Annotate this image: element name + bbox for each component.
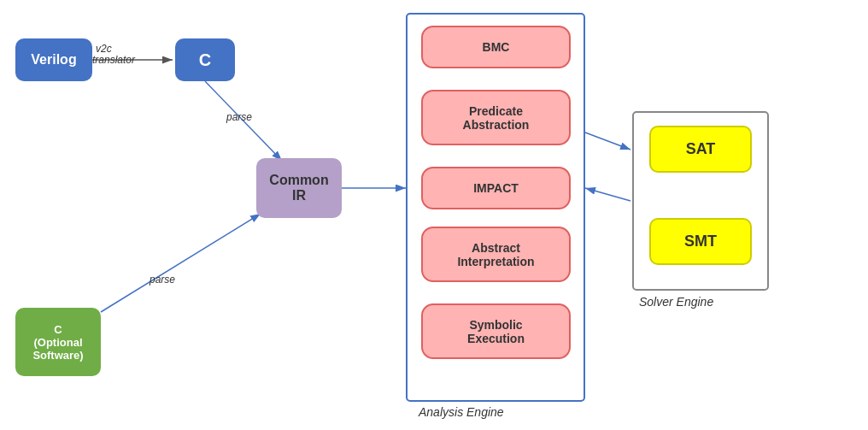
symbolic-label: Symbolic Execution xyxy=(467,318,525,345)
abstract-item: Abstract Interpretation xyxy=(421,227,571,282)
analysis-engine-label: Analysis Engine xyxy=(419,405,504,419)
symbolic-item: Symbolic Execution xyxy=(421,303,571,359)
svg-line-7 xyxy=(585,133,630,150)
sat-item: SAT xyxy=(649,126,752,173)
solver-engine-label: Solver Engine xyxy=(639,295,713,309)
parse-bottom-label: parse xyxy=(150,274,175,286)
v2c-label-line2: translator xyxy=(92,54,135,66)
svg-line-8 xyxy=(585,188,630,201)
diagram-container: Verilog v2c translator C parse Common IR… xyxy=(0,0,868,430)
predicate-item: Predicate Abstraction xyxy=(421,90,571,145)
svg-line-5 xyxy=(101,214,261,312)
smt-item: SMT xyxy=(649,218,752,265)
abstract-label: Abstract Interpretation xyxy=(457,241,534,268)
common-ir-node: Common IR xyxy=(256,158,342,218)
impact-item: IMPACT xyxy=(421,167,571,209)
c-optional-label: C (Optional Software) xyxy=(32,323,83,362)
c-node: C xyxy=(175,38,235,81)
parse-top-label: parse xyxy=(226,111,252,123)
verilog-label: Verilog xyxy=(31,52,76,68)
common-ir-label: Common IR xyxy=(269,173,328,203)
bmc-item: BMC xyxy=(421,26,571,68)
predicate-label: Predicate Abstraction xyxy=(463,104,530,132)
c-optional-node: C (Optional Software) xyxy=(15,308,101,376)
verilog-node: Verilog xyxy=(15,38,92,81)
v2c-label-line1: v2c xyxy=(96,43,112,55)
c-label: C xyxy=(199,50,211,70)
